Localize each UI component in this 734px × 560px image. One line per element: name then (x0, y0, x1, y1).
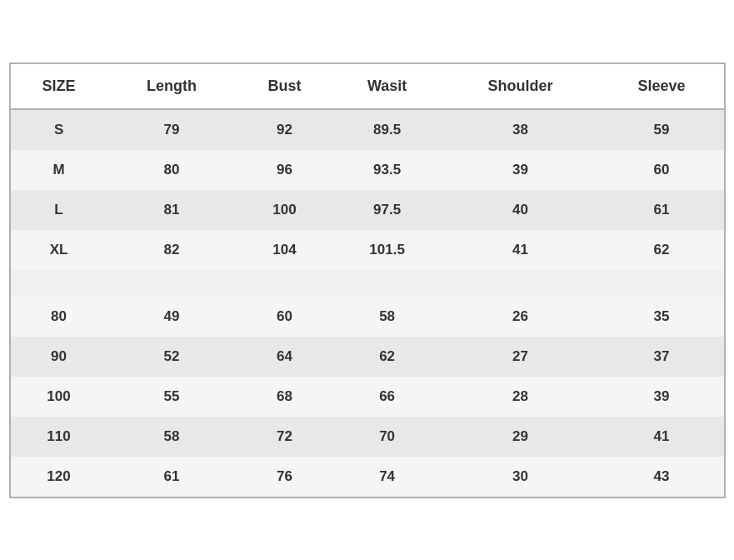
cell-shoulder: 28 (442, 377, 600, 417)
kids-row: 1005568662839 (11, 377, 724, 417)
separator-row (11, 270, 724, 297)
cell-size: 110 (11, 417, 107, 457)
cell-bust: 100 (236, 190, 332, 230)
cell-size: XL (11, 230, 107, 270)
cell-shoulder: 30 (442, 457, 600, 497)
header-row: SIZE Length Bust Wasit Shoulder Sleeve (11, 64, 724, 109)
cell-shoulder: 41 (442, 230, 600, 270)
cell-shoulder: 38 (442, 109, 600, 150)
cell-bust: 76 (236, 457, 332, 497)
adult-row: S799289.53859 (11, 109, 724, 150)
cell-shoulder: 26 (442, 297, 600, 337)
kids-row: 1206176743043 (11, 457, 724, 497)
cell-wasit: 58 (332, 297, 441, 337)
kids-row: 804960582635 (11, 297, 724, 337)
cell-sleeve: 60 (599, 150, 723, 190)
header-size: SIZE (11, 64, 107, 109)
cell-sleeve: 37 (599, 337, 723, 377)
cell-wasit: 101.5 (332, 230, 441, 270)
kids-row: 905264622737 (11, 337, 724, 377)
header-shoulder: Shoulder (442, 64, 600, 109)
cell-size: 120 (11, 457, 107, 497)
cell-length: 81 (107, 190, 237, 230)
cell-sleeve: 59 (599, 109, 723, 150)
adult-row: M809693.53960 (11, 150, 724, 190)
cell-size: S (11, 109, 107, 150)
cell-bust: 60 (236, 297, 332, 337)
header-sleeve: Sleeve (599, 64, 723, 109)
cell-bust: 104 (236, 230, 332, 270)
cell-length: 58 (107, 417, 237, 457)
size-chart-container: SIZE Length Bust Wasit Shoulder Sleeve S… (9, 62, 726, 498)
cell-bust: 72 (236, 417, 332, 457)
cell-size: 90 (11, 337, 107, 377)
cell-shoulder: 29 (442, 417, 600, 457)
cell-wasit: 93.5 (332, 150, 441, 190)
adult-row: L8110097.54061 (11, 190, 724, 230)
cell-shoulder: 39 (442, 150, 600, 190)
cell-shoulder: 40 (442, 190, 600, 230)
cell-sleeve: 35 (599, 297, 723, 337)
header-length: Length (107, 64, 237, 109)
cell-sleeve: 39 (599, 377, 723, 417)
cell-length: 55 (107, 377, 237, 417)
cell-wasit: 74 (332, 457, 441, 497)
cell-length: 61 (107, 457, 237, 497)
cell-sleeve: 61 (599, 190, 723, 230)
cell-sleeve: 43 (599, 457, 723, 497)
cell-length: 79 (107, 109, 237, 150)
cell-wasit: 62 (332, 337, 441, 377)
cell-sleeve: 41 (599, 417, 723, 457)
cell-length: 49 (107, 297, 237, 337)
header-wasit: Wasit (332, 64, 441, 109)
cell-wasit: 89.5 (332, 109, 441, 150)
cell-length: 52 (107, 337, 237, 377)
table-body: S799289.53859M809693.53960L8110097.54061… (11, 109, 724, 497)
size-table: SIZE Length Bust Wasit Shoulder Sleeve S… (11, 64, 724, 497)
adult-row: XL82104101.54162 (11, 230, 724, 270)
cell-shoulder: 27 (442, 337, 600, 377)
header-bust: Bust (236, 64, 332, 109)
cell-bust: 92 (236, 109, 332, 150)
cell-wasit: 97.5 (332, 190, 441, 230)
cell-size: 100 (11, 377, 107, 417)
cell-size: 80 (11, 297, 107, 337)
cell-length: 80 (107, 150, 237, 190)
cell-size: L (11, 190, 107, 230)
cell-bust: 96 (236, 150, 332, 190)
cell-size: M (11, 150, 107, 190)
cell-bust: 68 (236, 377, 332, 417)
cell-length: 82 (107, 230, 237, 270)
cell-sleeve: 62 (599, 230, 723, 270)
cell-wasit: 70 (332, 417, 441, 457)
cell-bust: 64 (236, 337, 332, 377)
cell-wasit: 66 (332, 377, 441, 417)
kids-row: 1105872702941 (11, 417, 724, 457)
